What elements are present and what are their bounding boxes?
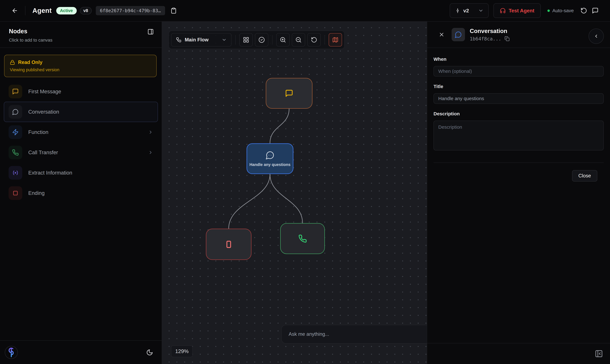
- chevron-right-icon: [148, 150, 153, 155]
- description-label: Description: [433, 111, 604, 117]
- validate-button[interactable]: [255, 33, 268, 47]
- message-square-icon: [285, 89, 293, 97]
- sidebar-item-first-message[interactable]: First Message: [4, 81, 158, 102]
- test-agent-label: Test Agent: [509, 8, 534, 14]
- ask-ai-bar[interactable]: [281, 325, 427, 344]
- sidebar-title: Nodes: [9, 28, 154, 35]
- panel-collapse-button[interactable]: [589, 28, 604, 44]
- circle-check-icon: [258, 37, 265, 43]
- back-button[interactable]: [12, 7, 18, 14]
- map-icon: [332, 37, 338, 43]
- zoom-level-badge[interactable]: 129%: [171, 345, 193, 357]
- node-id: 1b64f8ca...: [470, 36, 501, 41]
- sidebar-item-ending[interactable]: Ending: [4, 183, 158, 203]
- sidebar-footer: [0, 340, 162, 364]
- git-commit-icon: [455, 8, 460, 13]
- message-circle-icon: [9, 105, 22, 119]
- when-label: When: [433, 56, 604, 62]
- panel-right-icon: [147, 28, 154, 35]
- when-input[interactable]: [433, 66, 604, 77]
- minimap-toggle-button[interactable]: [329, 33, 342, 47]
- node-label: Handle any questions: [250, 162, 290, 167]
- layout-grid-icon: [243, 37, 249, 43]
- node-conversation[interactable]: Handle any questions: [247, 143, 293, 174]
- sidebar-item-label: Call Transfer: [28, 149, 58, 156]
- history-button[interactable]: [581, 7, 587, 14]
- phone-icon: [9, 146, 22, 159]
- topbar: Agent Active v8 6f8e2677-b94c-479b-83… v…: [0, 0, 610, 22]
- flow-selector[interactable]: Main Flow: [171, 33, 231, 47]
- nodes-sidebar: Nodes Click to add to canvas Read Only V…: [0, 22, 162, 364]
- zoom-in-icon: [280, 37, 286, 43]
- square-icon: [9, 186, 22, 200]
- node-first-message[interactable]: [266, 78, 312, 109]
- sidebar-item-label: Extract Information: [28, 170, 72, 176]
- readonly-banner: Read Only Viewing published version: [4, 55, 157, 77]
- autosave-dot: [547, 10, 550, 12]
- message-square-icon: [592, 7, 598, 14]
- zap-icon: [9, 125, 22, 139]
- message-circle-icon: [452, 28, 465, 41]
- autosave-status: Auto-save: [547, 8, 574, 13]
- sidebar-item-label: Ending: [28, 190, 45, 196]
- agent-id[interactable]: 6f8e2677-b94c-479b-83…: [96, 6, 165, 15]
- zoom-in-button[interactable]: [276, 33, 290, 47]
- sidebar-item-conversation[interactable]: Conversation: [4, 102, 158, 122]
- parentheses-x-icon: [9, 166, 22, 180]
- version-selector[interactable]: v2: [450, 3, 489, 18]
- auto-layout-button[interactable]: [239, 33, 253, 47]
- theme-toggle-button[interactable]: [146, 349, 153, 356]
- chevron-right-icon: [148, 130, 153, 135]
- autosave-label: Auto-save: [552, 8, 574, 13]
- status-badge: Active: [56, 7, 77, 14]
- chevron-left-icon: [594, 34, 599, 39]
- zoom-out-button[interactable]: [292, 33, 305, 47]
- message-square-icon: [9, 85, 22, 98]
- rectangle-icon: [224, 240, 233, 249]
- zoom-out-icon: [295, 37, 302, 43]
- copy-node-id-button[interactable]: [504, 36, 510, 41]
- copy-agent-id-button[interactable]: [170, 7, 177, 14]
- flow-selector-value: Main Flow: [185, 37, 208, 43]
- sidebar-item-function[interactable]: Function: [4, 122, 158, 142]
- description-textarea[interactable]: [433, 121, 604, 150]
- title-input[interactable]: [433, 93, 604, 104]
- clipboard-icon: [170, 7, 177, 14]
- readonly-subtitle: Viewing published version: [10, 67, 151, 72]
- panel-left-close-icon: [595, 350, 603, 358]
- brand-logo: [5, 346, 18, 359]
- workflow-icon: [176, 37, 181, 43]
- lock-icon: [10, 60, 15, 65]
- reset-view-button[interactable]: [307, 33, 321, 47]
- moon-icon: [146, 349, 153, 356]
- sidebar-subtitle: Click to add to canvas: [9, 38, 154, 43]
- sidebar-item-extract-information[interactable]: Extract Information: [4, 163, 158, 183]
- node-call-transfer[interactable]: [280, 223, 325, 254]
- divider: [235, 35, 236, 45]
- sidebar-item-call-transfer[interactable]: Call Transfer: [4, 142, 158, 163]
- feedback-button[interactable]: [592, 7, 598, 14]
- close-button[interactable]: Close: [572, 170, 597, 182]
- page-title: Agent: [32, 7, 52, 14]
- collapse-panel-button[interactable]: [595, 350, 603, 358]
- divider: [272, 35, 272, 45]
- node-type-list: First Message Conversation Function: [4, 81, 158, 203]
- version-badge: v8: [80, 7, 92, 14]
- panel-body: When Title Description Close: [427, 48, 610, 182]
- sidebar-item-label: Conversation: [28, 109, 59, 115]
- collapse-sidebar-button[interactable]: [147, 28, 154, 35]
- panel-header: Conversation 1b64f8ca...: [427, 22, 610, 48]
- close-icon: [439, 32, 445, 38]
- node-ending[interactable]: [206, 229, 251, 260]
- rotate-ccw-icon: [311, 37, 317, 43]
- version-selector-value: v2: [463, 8, 469, 14]
- canvas-toolbar: Main Flow: [168, 31, 345, 49]
- ask-ai-input[interactable]: [289, 331, 423, 337]
- test-agent-button[interactable]: Test Agent: [493, 3, 541, 18]
- message-circle-more-icon: [265, 151, 275, 160]
- copy-icon: [504, 36, 510, 41]
- readonly-title: Read Only: [18, 60, 42, 65]
- panel-close-button[interactable]: [439, 32, 445, 38]
- phone-icon: [298, 234, 307, 243]
- flow-canvas[interactable]: Main Flow: [162, 22, 427, 364]
